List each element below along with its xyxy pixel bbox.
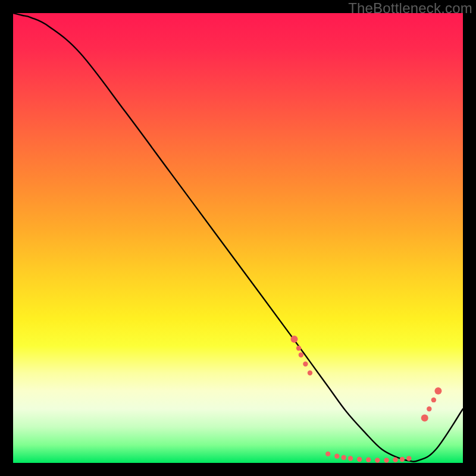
curve-path xyxy=(13,13,463,462)
data-marker xyxy=(400,457,405,462)
data-marker xyxy=(308,371,312,375)
marker-group xyxy=(291,336,442,463)
plot-area xyxy=(13,13,463,463)
data-marker xyxy=(366,458,371,462)
data-marker xyxy=(296,346,301,350)
data-marker xyxy=(291,336,298,343)
data-marker xyxy=(357,457,362,462)
data-marker xyxy=(434,387,441,394)
data-marker xyxy=(303,361,308,366)
data-marker xyxy=(421,414,428,421)
data-marker xyxy=(427,406,431,411)
data-marker xyxy=(325,452,330,456)
data-marker xyxy=(384,458,389,462)
data-marker xyxy=(431,397,436,402)
curve-svg xyxy=(13,13,463,463)
data-marker xyxy=(348,456,353,461)
watermark: TheBottleneck.com xyxy=(348,0,472,17)
data-marker xyxy=(341,455,346,460)
data-marker xyxy=(393,458,397,462)
chart-frame: TheBottleneck.com xyxy=(0,0,476,476)
data-marker xyxy=(299,352,303,357)
data-marker xyxy=(334,453,339,458)
data-marker xyxy=(375,458,380,462)
data-marker xyxy=(406,456,411,461)
